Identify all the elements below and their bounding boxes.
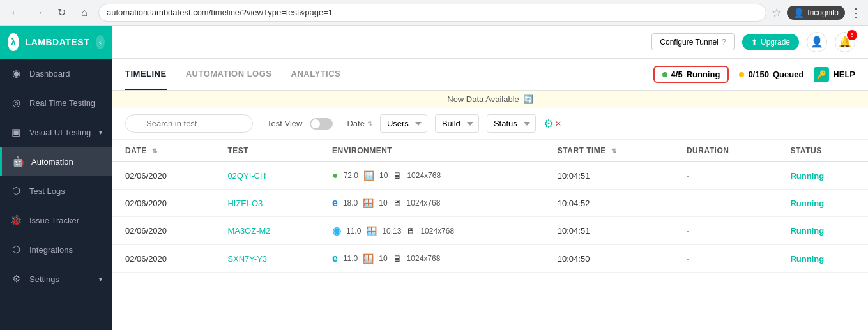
date-label: Date [347, 119, 364, 128]
menu-icon[interactable]: ⋮ [850, 6, 862, 20]
browser-version: 72.0 [344, 171, 358, 180]
notification-badge: 5 [847, 30, 857, 40]
star-icon[interactable]: ☆ [772, 6, 782, 20]
sidebar-item-automation[interactable]: 🤖 Automation [0, 147, 112, 176]
sidebar-item-label: Integrations [29, 245, 73, 255]
running-dot [662, 72, 667, 77]
table-row[interactable]: 02/06/2020 02QYI-CH ● 72.0 🪟 10 🖥 1024x7… [112, 162, 868, 190]
cell-status: Running [777, 162, 868, 190]
sidebar-item-dashboard[interactable]: ◉ Dashboard [0, 59, 112, 88]
cell-status: Running [777, 217, 868, 245]
refresh-icon[interactable]: 🔄 [523, 94, 533, 104]
cell-date: 02/06/2020 [112, 217, 215, 245]
sidebar-item-label: Dashboard [29, 69, 70, 79]
real-time-testing-icon: ◎ [10, 97, 22, 109]
tab-automation-logs[interactable]: AUTOMATION LOGS [186, 59, 272, 90]
forward-button[interactable]: → [29, 4, 47, 22]
cell-test: HIZEI-O3 [215, 190, 319, 217]
os-version: 10 [379, 171, 388, 180]
os-icon: 🪟 [363, 170, 374, 181]
notifications-button[interactable]: 🔔 5 [835, 32, 855, 52]
cell-start-time: 10:04:50 [545, 245, 674, 273]
upgrade-button[interactable]: ⬆ Upgrade [742, 34, 799, 50]
cell-test: 02QYI-CH [215, 162, 319, 190]
test-view-label: Test View [267, 119, 302, 128]
upgrade-label: Upgrade [761, 38, 790, 47]
date-filter[interactable]: Date ⇅ [347, 119, 372, 128]
table-row[interactable]: 02/06/2020 MA3OZ-M2 ◉ 11.0 🪟 10.13 🖥 102… [112, 217, 868, 245]
cell-date: 02/06/2020 [112, 162, 215, 190]
users-select[interactable]: Users [380, 114, 427, 133]
sidebar-item-visual-ui-testing[interactable]: ▣ Visual UI Testing ▾ [0, 117, 112, 147]
browser-version: 18.0 [343, 199, 358, 207]
app-container: λ LAMBDATEST ‹ ◉ Dashboard ◎ Real Time T… [0, 26, 868, 330]
cell-environment: e 18.0 🪟 10 🖥 1024x768 [319, 190, 545, 217]
sidebar-item-integrations[interactable]: ⬡ Integrations [0, 235, 112, 264]
sidebar-item-label: Test Logs [29, 186, 65, 196]
chevron-down-icon: ▾ [99, 129, 102, 136]
sidebar-item-test-logs[interactable]: ⬡ Test Logs [0, 176, 112, 206]
url-text: automation.lambdatest.com/timeline/?view… [107, 8, 333, 17]
filter-button[interactable]: ⚙ ✕ [544, 117, 561, 131]
col-date: DATE ⇅ [112, 140, 215, 162]
col-status: STATUS [777, 140, 868, 162]
new-data-banner: New Data Available 🔄 [112, 91, 868, 108]
reload-button[interactable]: ↻ [52, 4, 70, 22]
main-content: Configure Tunnel ? ⬆ Upgrade 👤 🔔 5 TI [112, 26, 868, 330]
monitor-icon: 🖥 [393, 253, 402, 264]
sidebar-item-settings[interactable]: ⚙ Settings ▾ [0, 264, 112, 294]
issue-tracker-icon: 🐞 [10, 214, 22, 226]
address-bar[interactable]: automation.lambdatest.com/timeline/?view… [98, 4, 766, 22]
help-button[interactable]: 🔑 HELP [814, 67, 855, 82]
new-data-text: New Data Available [447, 94, 519, 104]
os-icon: 🪟 [363, 198, 374, 208]
visual-ui-testing-icon: ▣ [10, 126, 22, 138]
col-duration: DURATION [674, 140, 777, 162]
status-select[interactable]: Status [487, 114, 536, 133]
integrations-icon: ⬡ [10, 244, 22, 255]
test-view-toggle[interactable] [310, 118, 333, 130]
running-badge: 4/5 Running [653, 66, 729, 83]
browser-version: 11.0 [346, 227, 361, 236]
sidebar-item-real-time-testing[interactable]: ◎ Real Time Testing [0, 88, 112, 117]
cell-environment: e 11.0 🪟 10 🖥 1024x768 [319, 245, 545, 273]
configure-tunnel-label: Configure Tunnel [660, 38, 718, 47]
configure-tunnel-button[interactable]: Configure Tunnel ? [651, 33, 735, 50]
cell-start-time: 10:04:51 [545, 217, 674, 245]
tab-timeline[interactable]: TIMELINE [125, 59, 167, 90]
incognito-label: Incognito [807, 8, 839, 17]
resolution: 1024x768 [420, 227, 454, 236]
back-button[interactable]: ← [6, 4, 24, 22]
sidebar: λ LAMBDATEST ‹ ◉ Dashboard ◎ Real Time T… [0, 26, 112, 330]
sidebar-item-label: Issue Tracker [29, 216, 79, 225]
sidebar-item-issue-tracker[interactable]: 🐞 Issue Tracker [0, 206, 112, 235]
chevron-down-icon: ▾ [99, 276, 102, 283]
cell-date: 02/06/2020 [112, 190, 215, 217]
home-button[interactable]: ⌂ [75, 4, 93, 22]
top-bar: Configure Tunnel ? ⬆ Upgrade 👤 🔔 5 [112, 26, 868, 59]
top-bar-right: Configure Tunnel ? ⬆ Upgrade 👤 🔔 5 [651, 32, 855, 52]
sidebar-collapse-button[interactable]: ‹ [96, 35, 105, 49]
user-profile-button[interactable]: 👤 [807, 32, 827, 52]
cell-status: Running [777, 190, 868, 217]
build-select[interactable]: Build [435, 114, 479, 133]
running-text: Running [687, 70, 720, 79]
queued-dot [739, 72, 744, 77]
search-input[interactable] [125, 114, 253, 133]
user-icon: 👤 [811, 36, 823, 48]
test-table: DATE ⇅ TEST ENVIRONMENT START TIME ⇅ [112, 140, 868, 273]
table-row[interactable]: 02/06/2020 SXN7Y-Y3 e 11.0 🪟 10 🖥 1024x7… [112, 245, 868, 273]
tab-analytics[interactable]: ANALYTICS [291, 59, 341, 90]
automation-icon: 🤖 [12, 156, 24, 167]
cell-duration: - [674, 162, 777, 190]
key-icon: 🔑 [814, 67, 829, 82]
sort-icon: ⇅ [152, 147, 158, 154]
cell-duration: - [674, 190, 777, 217]
sidebar-item-label: Automation [31, 157, 73, 167]
table-row[interactable]: 02/06/2020 HIZEI-O3 e 18.0 🪟 10 🖥 1024x7… [112, 190, 868, 217]
browser-icon: ● [332, 170, 339, 181]
monitor-icon: 🖥 [393, 170, 402, 181]
browser-chrome: ← → ↻ ⌂ automation.lambdatest.com/timeli… [0, 0, 868, 26]
browser-version: 11.0 [343, 254, 358, 263]
resolution: 1024x768 [407, 171, 441, 180]
